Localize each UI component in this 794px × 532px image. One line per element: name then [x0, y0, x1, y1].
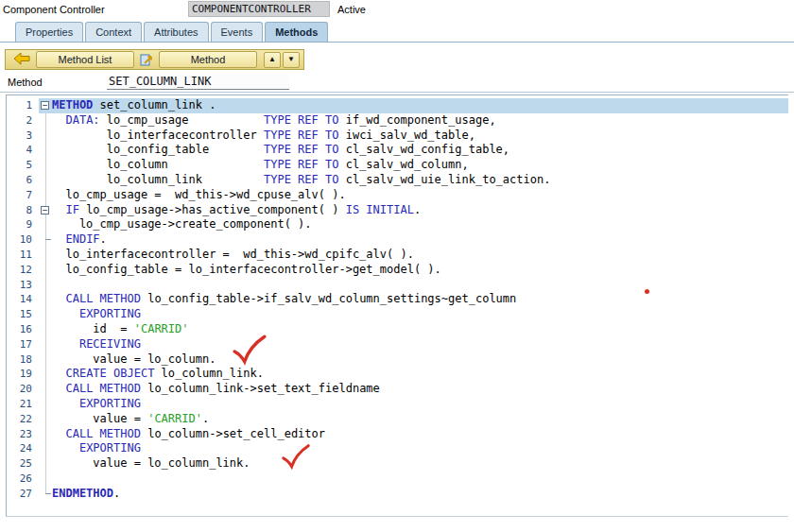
line-number: 2 [7, 113, 39, 129]
goto-method-icon[interactable] [136, 51, 157, 68]
code-line-10[interactable]: 10 ENDIF. [7, 232, 788, 248]
line-number: 20 [7, 382, 39, 397]
tab-context[interactable]: Context [85, 22, 142, 42]
code-line-20[interactable]: 20 CALL METHOD lo_column_link->set_text_… [7, 382, 788, 397]
line-number: 19 [7, 367, 39, 382]
fold-column [39, 412, 52, 427]
tab-attributes[interactable]: Attributes [144, 22, 208, 42]
fold-column [39, 158, 52, 173]
code-line-5[interactable]: 5 lo_column TYPE REF TO cl_salv_wd_colum… [7, 158, 788, 173]
code-line-4[interactable]: 4 lo_config_table TYPE REF TO cl_salv_wd… [7, 143, 788, 158]
code-lines: 1−METHOD set_column_link .2 DATA: lo_cmp… [7, 98, 788, 502]
fold-column [39, 263, 52, 278]
controller-name-field[interactable]: COMPONENTCONTROLLER [188, 1, 330, 17]
code-line-24[interactable]: 24 EXPORTING [7, 441, 788, 456]
code-line-21[interactable]: 21 EXPORTING [7, 397, 788, 412]
section-divider [0, 92, 794, 93]
code-line-6[interactable]: 6 lo_column_link TYPE REF TO cl_salv_wd_… [7, 173, 788, 188]
code-line-7[interactable]: 7 lo_cmp_usage = wd_this->wd_cpuse_alv( … [7, 188, 788, 203]
fold-column[interactable]: − [39, 98, 52, 113]
code-text: lo_interfacecontroller = wd_this->wd_cpi… [52, 248, 788, 263]
code-text: CALL METHOD lo_column->set_cell_editor [52, 427, 788, 442]
code-line-17[interactable]: 17 RECEIVING [7, 337, 788, 352]
line-number: 21 [7, 397, 39, 412]
code-text [52, 472, 788, 487]
fold-column [39, 188, 52, 203]
tab-events[interactable]: Events [211, 22, 264, 42]
controller-type-label: Component Controller [3, 4, 105, 15]
code-text: value = lo_column_link. [52, 456, 788, 472]
code-line-12[interactable]: 12 lo_config_table = lo_interfacecontrol… [7, 263, 788, 278]
code-line-1[interactable]: 1−METHOD set_column_link . [7, 98, 788, 113]
method-list-button[interactable]: Method List [36, 51, 134, 68]
line-number: 17 [7, 337, 39, 352]
code-line-26[interactable]: 26 [7, 472, 788, 487]
line-number: 11 [7, 248, 39, 263]
fold-column [39, 129, 52, 144]
code-line-27[interactable]: 27ENDMETHOD. [7, 487, 788, 502]
tab-properties[interactable]: Properties [15, 22, 83, 42]
fold-column [39, 397, 52, 412]
fold-column [39, 456, 52, 472]
next-method-button[interactable]: ▼ [283, 52, 300, 68]
code-line-19[interactable]: 19 CREATE OBJECT lo_column_link. [7, 367, 788, 382]
fold-column [39, 307, 52, 322]
fold-collapse-icon[interactable]: − [41, 101, 49, 110]
line-number: 22 [7, 412, 39, 427]
method-button[interactable]: Method [159, 51, 257, 68]
line-number: 13 [7, 278, 39, 293]
code-line-18[interactable]: 18 value = lo_column. [7, 352, 788, 368]
fold-end-mark [45, 493, 51, 494]
code-line-16[interactable]: 16 id = 'CARRID' [7, 322, 788, 337]
code-line-15[interactable]: 15 EXPORTING [7, 307, 788, 322]
line-number: 3 [7, 129, 39, 144]
fold-end-mark [45, 239, 51, 240]
code-line-14[interactable]: 14 CALL METHOD lo_config_table->if_salv_… [7, 292, 788, 307]
code-text: lo_config_table = lo_interfacecontroller… [52, 263, 788, 278]
code-line-3[interactable]: 3 lo_interfacecontroller TYPE REF TO iwc… [7, 129, 788, 144]
fold-collapse-icon[interactable]: − [41, 206, 49, 215]
code-text: value = lo_column. [52, 352, 788, 368]
abap-code-editor[interactable]: 1−METHOD set_column_link .2 DATA: lo_cmp… [6, 94, 788, 517]
code-line-22[interactable]: 22 value = 'CARRID'. [7, 412, 788, 427]
fold-column[interactable]: − [39, 203, 52, 218]
line-number: 12 [7, 263, 39, 278]
code-line-23[interactable]: 23 CALL METHOD lo_column->set_cell_edito… [7, 427, 788, 442]
line-number: 7 [7, 188, 39, 203]
code-line-8[interactable]: 8− IF lo_cmp_usage->has_active_component… [7, 203, 788, 218]
code-text: EXPORTING [52, 397, 788, 412]
code-line-9[interactable]: 9 lo_cmp_usage->create_component( ). [7, 217, 788, 232]
code-text: METHOD set_column_link . [52, 98, 788, 113]
line-number: 23 [7, 427, 39, 442]
fold-column [39, 487, 52, 502]
line-number: 24 [7, 441, 39, 456]
code-line-11[interactable]: 11 lo_interfacecontroller = wd_this->wd_… [7, 248, 788, 263]
code-text: id = 'CARRID' [52, 322, 788, 337]
code-text: lo_cmp_usage->create_component( ). [52, 217, 788, 232]
code-text: value = 'CARRID'. [52, 412, 788, 427]
fold-column [39, 441, 52, 456]
code-line-25[interactable]: 25 value = lo_column_link. [7, 456, 788, 472]
line-number: 4 [7, 143, 39, 158]
code-text: EXPORTING [52, 307, 788, 322]
fold-column [39, 248, 52, 263]
line-number: 8 [7, 203, 39, 218]
previous-method-button[interactable]: ▲ [264, 52, 281, 68]
code-text: lo_column_link TYPE REF TO cl_salv_wd_ui… [52, 173, 788, 188]
method-name-row: Method SET_COLUMN_LINK [0, 74, 794, 91]
code-line-13[interactable]: 13 [7, 278, 788, 293]
line-number: 9 [7, 217, 39, 232]
line-number: 15 [7, 307, 39, 322]
tab-methods[interactable]: Methods [265, 22, 328, 42]
fold-column [39, 232, 52, 248]
code-text: lo_config_table TYPE REF TO cl_salv_wd_c… [52, 143, 788, 158]
fold-column [39, 113, 52, 129]
back-button[interactable] [9, 51, 34, 68]
line-number: 25 [7, 456, 39, 472]
code-line-2[interactable]: 2 DATA: lo_cmp_usage TYPE REF TO if_wd_c… [7, 113, 788, 129]
code-text: lo_cmp_usage = wd_this->wd_cpuse_alv( ). [52, 188, 788, 203]
code-text: CREATE OBJECT lo_column_link. [52, 367, 788, 382]
method-name-field[interactable]: SET_COLUMN_LINK [107, 74, 289, 90]
line-number: 16 [7, 322, 39, 337]
line-number: 18 [7, 352, 39, 368]
